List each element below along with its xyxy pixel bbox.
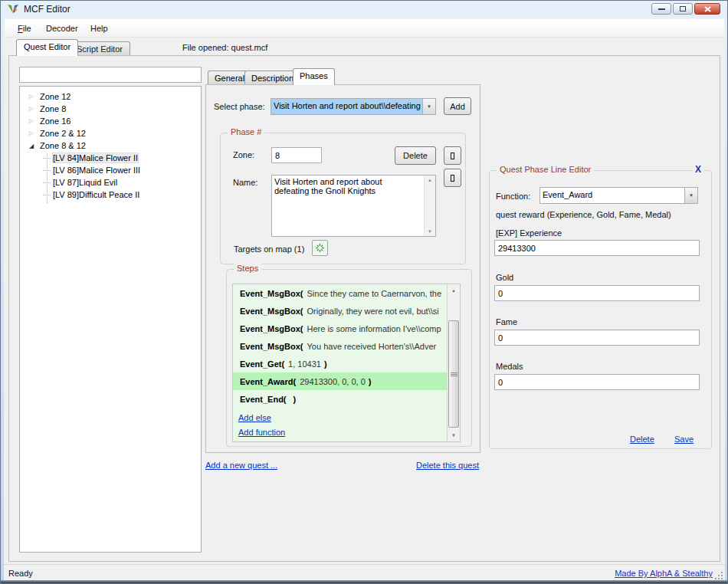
- tree-item-zone[interactable]: ▷ Zone 8: [20, 103, 201, 115]
- line-delete-link[interactable]: Delete: [630, 435, 654, 444]
- chevron-down-icon[interactable]: ▼: [422, 99, 435, 114]
- tree-item-zone[interactable]: ▷ Zone 12: [20, 90, 201, 103]
- function-value[interactable]: Event_Award: [540, 188, 684, 203]
- fame-field[interactable]: [494, 330, 700, 346]
- tab-quest-editor[interactable]: Quest Editor: [16, 39, 78, 56]
- file-opened-label: File opened: quest.mcf: [182, 43, 267, 52]
- zone-label: Zone:: [233, 150, 254, 159]
- step-args: Originally, they were not evil, but\\si: [307, 307, 439, 316]
- add-else-link[interactable]: Add else: [238, 413, 271, 422]
- step-row[interactable]: Event_Get( 1, 10431 ): [233, 355, 448, 372]
- steps-scrollbar[interactable]: ▲ ▼: [447, 284, 460, 441]
- step-row[interactable]: Event_MsgBox( Originally, they were not …: [233, 302, 448, 320]
- steps-groupbox: Steps Event_MsgBox( Since they came to C…: [226, 269, 472, 447]
- step-args: 1, 10431: [288, 359, 321, 369]
- add-phase-button[interactable]: Add: [444, 97, 471, 115]
- chevron-expanded-icon[interactable]: ◢: [29, 143, 40, 149]
- tree-item-zone[interactable]: ▷ Zone 16: [20, 115, 201, 127]
- add-new-quest-link[interactable]: Add a new quest ...: [205, 461, 277, 470]
- title-bar[interactable]: MCF Editor: [1, 1, 727, 18]
- phase-name-value[interactable]: Visit Horten and report about defeating …: [274, 177, 421, 195]
- select-phase-label: Select phase:: [214, 102, 265, 111]
- step-function: Event_MsgBox(: [240, 324, 303, 333]
- phase-groupbox: Phase # Zone: Delete Name: Visit Horten …: [220, 133, 466, 264]
- tree-item-label[interactable]: [LV 89]Difficult Peace II: [53, 190, 139, 199]
- step-args: You have received Horten's\\Adver: [307, 342, 437, 351]
- tree-connector-line: [47, 153, 48, 203]
- tree-item-zone[interactable]: ▷ Zone 2 & 12: [20, 127, 201, 139]
- menu-decoder[interactable]: Decoder: [43, 22, 81, 34]
- maximize-button[interactable]: [673, 3, 693, 15]
- close-panel-icon[interactable]: X: [693, 164, 703, 175]
- fame-label: Fame: [496, 317, 517, 326]
- function-combobox[interactable]: Event_Award ▼: [539, 187, 698, 204]
- targets-map-button[interactable]: [312, 240, 328, 256]
- tree-item-label[interactable]: Zone 12: [40, 92, 71, 101]
- step-row-selected[interactable]: Event_Award( 29413300, 0, 0, 0 ): [233, 372, 448, 390]
- quest-tree[interactable]: ▷ Zone 12 ▷ Zone 8 ▷ Zone 16 ▷ Zone 2 & …: [19, 86, 202, 553]
- step-row[interactable]: Event_End( ): [233, 390, 448, 408]
- minimize-icon: [658, 8, 665, 10]
- move-down-button[interactable]: [444, 169, 461, 187]
- phase-select-combobox[interactable]: Visit Horten and report about\\defeating…: [271, 98, 436, 115]
- menu-file[interactable]: File: [15, 22, 34, 34]
- line-editor-title: Quest Phase Line Editor: [497, 165, 594, 174]
- unknown-glyph-icon: [451, 153, 454, 159]
- steps-group-title: Steps: [234, 264, 261, 273]
- gold-field[interactable]: [494, 285, 700, 301]
- line-save-link[interactable]: Save: [674, 435, 694, 444]
- medals-field[interactable]: [494, 374, 700, 390]
- tree-item-label[interactable]: Zone 8: [40, 104, 66, 113]
- tree-item-label[interactable]: Zone 2 & 12: [40, 129, 86, 138]
- gold-label: Gold: [496, 273, 513, 282]
- tree-item-label[interactable]: Zone 8 & 12: [40, 141, 86, 150]
- delete-phase-button[interactable]: Delete: [395, 146, 436, 165]
- tree-item-label[interactable]: [LV 87]Liquid Evil: [53, 178, 117, 187]
- step-function: Event_MsgBox(: [240, 289, 303, 298]
- add-function-link[interactable]: Add function: [238, 428, 285, 437]
- menu-bar: File Decoder Help: [5, 19, 724, 38]
- chevron-collapsed-icon[interactable]: ▷: [29, 118, 40, 124]
- move-up-button[interactable]: [444, 146, 461, 165]
- step-args: 29413300, 0, 0, 0: [300, 377, 366, 386]
- zone-field[interactable]: [271, 147, 322, 163]
- minimize-button[interactable]: [651, 3, 671, 15]
- delete-this-quest-link[interactable]: Delete this quest: [416, 461, 479, 470]
- step-row[interactable]: Event_MsgBox( You have received Horten's…: [233, 337, 448, 355]
- menu-help[interactable]: Help: [87, 22, 111, 34]
- close-button[interactable]: [694, 3, 720, 15]
- tree-item-label[interactable]: [LV 86]Malice Flower III: [53, 166, 140, 175]
- scroll-up-icon[interactable]: ▲: [425, 178, 435, 182]
- unknown-glyph-icon: [451, 175, 454, 182]
- search-input[interactable]: [19, 67, 202, 83]
- scroll-down-icon[interactable]: ▼: [448, 429, 460, 441]
- tree-item-label-selected[interactable]: [LV 84]Malice Flower II: [53, 153, 138, 162]
- chevron-down-icon[interactable]: ▼: [684, 188, 697, 203]
- name-scrollbar[interactable]: ▲ ▼: [424, 176, 435, 236]
- exp-label: [EXP] Experience: [496, 228, 562, 238]
- step-row[interactable]: Event_MsgBox( Here is some information I…: [233, 320, 448, 337]
- credit-link[interactable]: Made By AlphA & Stealthy: [615, 569, 713, 578]
- chevron-collapsed-icon[interactable]: ▷: [29, 94, 40, 100]
- exp-field[interactable]: [494, 240, 700, 256]
- resize-grip[interactable]: [721, 578, 723, 579]
- tree-item-label[interactable]: Zone 16: [40, 116, 71, 126]
- steps-list[interactable]: Event_MsgBox( Since they came to Caernar…: [232, 284, 461, 442]
- scroll-up-icon[interactable]: ▲: [448, 284, 460, 297]
- step-close: ): [369, 377, 372, 386]
- phases-panel: Select phase: Visit Horten and report ab…: [205, 84, 480, 453]
- phase-name-field[interactable]: Visit Horten and report about defeating …: [271, 175, 436, 237]
- step-function: Event_Award(: [240, 377, 296, 386]
- phase-select-value[interactable]: Visit Horten and report about\\defeating: [271, 99, 422, 114]
- step-row[interactable]: Event_MsgBox( Since they came to Caernar…: [233, 284, 448, 302]
- tab-phases[interactable]: Phases: [293, 68, 335, 85]
- scroll-down-icon[interactable]: ▼: [425, 229, 435, 234]
- scrollbar-thumb[interactable]: [448, 320, 459, 428]
- chevron-collapsed-icon[interactable]: ▷: [29, 130, 40, 136]
- tree-item-zone-expanded[interactable]: ◢ Zone 8 & 12: [20, 139, 201, 152]
- step-close: ): [293, 395, 297, 404]
- chevron-collapsed-icon[interactable]: ▷: [29, 106, 40, 112]
- targets-on-map-label: Targets on map (1): [234, 244, 304, 254]
- close-icon: [704, 6, 711, 12]
- step-function: Event_MsgBox(: [240, 342, 303, 351]
